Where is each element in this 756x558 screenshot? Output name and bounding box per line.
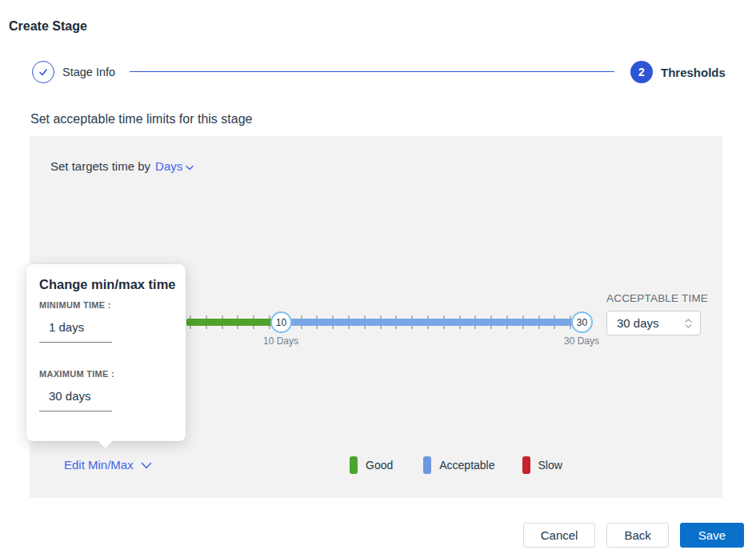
acceptable-time-label: ACCEPTABLE TIME — [606, 292, 708, 304]
step-stage-info[interactable]: Stage Info — [32, 61, 115, 83]
time-unit-dropdown[interactable]: Days — [155, 159, 194, 173]
slider-legend: Good Acceptable Slow — [350, 456, 562, 474]
target-time-prefix: Set targets time by — [50, 159, 150, 173]
chevron-down-icon — [141, 458, 152, 472]
time-unit-value: Days — [155, 159, 182, 173]
acceptable-swatch — [423, 456, 431, 474]
stepper-connector — [130, 71, 614, 72]
chevron-up-icon — [685, 319, 692, 323]
page-title: Create Stage — [9, 19, 87, 34]
save-button[interactable]: Save — [680, 523, 744, 548]
acceptable-time-value: 30 days — [607, 316, 685, 330]
create-stage-dialog: Create Stage Stage Info 2 Thresholds Set… — [0, 0, 756, 558]
slider-track-acceptable — [281, 319, 586, 326]
stepper-arrows[interactable] — [685, 319, 700, 328]
popover-title: Change min/max time — [39, 277, 176, 292]
minimum-time-label: MINIMUM TIME : — [39, 300, 111, 310]
maximum-time-label: MAXIMUM TIME : — [39, 369, 114, 379]
section-heading: Set acceptable time limits for this stag… — [30, 112, 252, 126]
footer-actions: Cancel Back Save — [523, 523, 744, 548]
slider-track-good — [186, 319, 281, 326]
slider-max-caption: 30 Days — [550, 335, 614, 347]
acceptable-label: Acceptable — [439, 459, 494, 472]
good-label: Good — [366, 459, 393, 472]
maximum-time-input[interactable]: 30 days — [39, 387, 112, 411]
back-button[interactable]: Back — [606, 523, 668, 548]
change-minmax-popover: Change min/max time MINIMUM TIME : 1 day… — [26, 264, 186, 441]
step-thresholds[interactable]: 2 Thresholds — [630, 61, 726, 83]
edit-minmax-label: Edit Min/Max — [64, 458, 134, 472]
cancel-button[interactable]: Cancel — [523, 523, 596, 548]
target-time-row: Set targets time by Days — [50, 159, 194, 173]
step-thresholds-label: Thresholds — [661, 66, 726, 79]
step-number-badge: 2 — [630, 61, 653, 83]
check-icon — [32, 61, 54, 83]
slow-label: Slow — [538, 459, 562, 472]
chevron-down-icon — [186, 159, 194, 173]
good-swatch — [350, 456, 358, 474]
chevron-down-icon — [685, 324, 692, 328]
slider-handle-min[interactable]: 10 — [270, 311, 292, 333]
step-stage-info-label: Stage Info — [62, 66, 115, 78]
slow-swatch — [522, 456, 530, 474]
minimum-time-input[interactable]: 1 days — [39, 319, 112, 343]
slider-min-caption: 10 Days — [249, 335, 313, 347]
acceptable-time-input[interactable]: 30 days — [606, 311, 701, 335]
edit-minmax-link[interactable]: Edit Min/Max — [64, 458, 152, 472]
slider-handle-max[interactable]: 30 — [571, 311, 593, 333]
